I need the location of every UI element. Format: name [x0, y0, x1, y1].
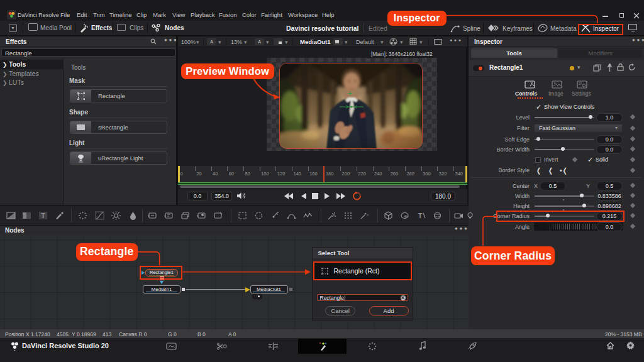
svg-text:USD: USD	[79, 161, 84, 163]
svg-text:T: T	[418, 212, 422, 219]
svg-text:T: T	[41, 212, 45, 219]
